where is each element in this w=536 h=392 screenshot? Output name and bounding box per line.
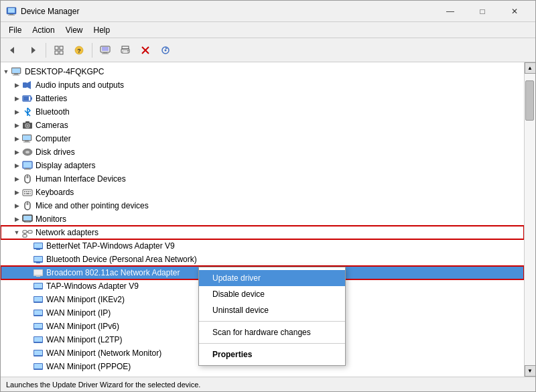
computer-button[interactable] bbox=[96, 41, 115, 60]
tree-monitors[interactable]: ▶ Monitors bbox=[1, 212, 524, 226]
maximize-button[interactable]: □ bbox=[467, 1, 498, 21]
ctx-properties[interactable]: Properties bbox=[199, 346, 345, 363]
svg-rect-6 bbox=[55, 46, 58, 50]
context-menu: Update driver Disable device Uninstall d… bbox=[198, 267, 346, 366]
mice-toggle[interactable]: ▶ bbox=[11, 200, 22, 211]
svg-rect-46 bbox=[25, 168, 29, 169]
wan-ipv6-icon bbox=[33, 321, 44, 332]
tree-computer[interactable]: ▶ Computer bbox=[1, 132, 524, 145]
tree-betternet[interactable]: ▶ BetterNet TAP-Windows Adapter V9 bbox=[1, 239, 524, 253]
svg-rect-52 bbox=[24, 191, 25, 192]
svg-rect-27 bbox=[14, 74, 18, 75]
svg-rect-89 bbox=[34, 337, 42, 342]
svg-rect-69 bbox=[23, 235, 27, 237]
wan-pptp-label: WAN Miniport (PPTP) bbox=[46, 375, 124, 377]
computer-toggle[interactable]: ▶ bbox=[11, 133, 22, 144]
keyboards-toggle[interactable]: ▶ bbox=[11, 187, 22, 198]
back-button[interactable] bbox=[3, 41, 22, 60]
tree-displayadapters[interactable]: ▶ Display adapters bbox=[1, 159, 524, 172]
ctx-disable-device[interactable]: Disable device bbox=[199, 286, 345, 302]
svg-rect-16 bbox=[122, 46, 129, 49]
grid-button[interactable] bbox=[50, 41, 68, 60]
scroll-up-button[interactable]: ▲ bbox=[525, 62, 536, 74]
menu-view[interactable]: View bbox=[60, 22, 88, 38]
wan-ipv6-label: WAN Miniport (IPv6) bbox=[46, 322, 119, 331]
ctx-uninstall-device[interactable]: Uninstall device bbox=[199, 302, 345, 318]
tree-mice[interactable]: ▶ Mice and other pointing devices bbox=[1, 199, 524, 212]
audio-icon bbox=[22, 80, 33, 90]
battery-icon bbox=[22, 93, 33, 104]
audio-label: Audio inputs and outputs bbox=[36, 80, 124, 90]
scrollbar[interactable]: ▲ ▼ bbox=[524, 62, 535, 377]
computer-label: Computer bbox=[36, 134, 71, 143]
mouse-icon bbox=[22, 200, 33, 211]
bluetooth-toggle[interactable]: ▶ bbox=[11, 107, 22, 117]
wan-pppoe-icon bbox=[33, 361, 44, 372]
menu-help[interactable]: Help bbox=[88, 22, 116, 38]
refresh-button[interactable] bbox=[156, 41, 175, 60]
svg-rect-87 bbox=[34, 324, 42, 328]
svg-point-36 bbox=[27, 125, 29, 127]
networkadapters-toggle[interactable]: ▼ bbox=[11, 227, 22, 238]
svg-rect-75 bbox=[34, 257, 42, 261]
menu-file[interactable]: File bbox=[3, 22, 27, 38]
cameras-toggle[interactable]: ▶ bbox=[11, 120, 22, 131]
menu-action[interactable]: Action bbox=[27, 22, 60, 38]
tree-root[interactable]: ▼ DESKTOP-4FQKGPC bbox=[1, 65, 524, 78]
tree-hid[interactable]: ▶ Human Interface Devices bbox=[1, 172, 524, 186]
svg-rect-76 bbox=[36, 263, 40, 263]
tree-audio[interactable]: ▶ Audio inputs and outputs bbox=[1, 78, 524, 92]
tree-keyboards[interactable]: ▶ Keyboards bbox=[1, 186, 524, 199]
menu-bar: File Action View Help bbox=[1, 22, 535, 38]
svg-marker-30 bbox=[27, 81, 31, 89]
delete-button[interactable] bbox=[136, 41, 155, 60]
hid-toggle[interactable]: ▶ bbox=[11, 174, 22, 184]
scroll-down-button[interactable]: ▼ bbox=[525, 365, 536, 377]
cameras-label: Cameras bbox=[36, 121, 68, 130]
svg-rect-32 bbox=[31, 97, 32, 100]
forward-button[interactable] bbox=[23, 41, 42, 60]
toolbar: ? bbox=[1, 38, 535, 62]
svg-rect-47 bbox=[24, 169, 31, 170]
tree-bluetooth[interactable]: ▶ Bluetooth bbox=[1, 105, 524, 119]
tree-cameras[interactable]: ▶ Cameras bbox=[1, 119, 524, 132]
monitors-label: Monitors bbox=[36, 214, 66, 224]
tree-diskdrives[interactable]: ▶ Disk drives bbox=[1, 145, 524, 159]
tree-batteries[interactable]: ▶ Batteries bbox=[1, 92, 524, 105]
scroll-thumb[interactable] bbox=[525, 80, 534, 121]
wan-ikev2-icon bbox=[33, 294, 44, 305]
root-label: DESKTOP-4FQKGPC bbox=[25, 67, 104, 76]
ctx-scan-changes[interactable]: Scan for hardware changes bbox=[199, 324, 345, 340]
svg-rect-40 bbox=[25, 141, 29, 142]
displayadapters-toggle[interactable]: ▶ bbox=[11, 160, 22, 171]
audio-toggle[interactable]: ▶ bbox=[11, 80, 22, 90]
svg-rect-72 bbox=[34, 243, 42, 248]
wan-netmonitor-icon bbox=[33, 348, 44, 358]
help-button[interactable]: ? bbox=[70, 41, 88, 60]
batteries-toggle[interactable]: ▶ bbox=[11, 93, 22, 104]
ctx-update-driver[interactable]: Update driver bbox=[199, 270, 345, 286]
diskdrives-toggle[interactable]: ▶ bbox=[11, 147, 22, 157]
device-tree[interactable]: ▼ DESKTOP-4FQKGPC ▶ bbox=[1, 62, 524, 377]
tree-btdevice[interactable]: ▶ Bluetooth Device (Personal Area Networ… bbox=[1, 253, 524, 266]
toolbar-sep-1 bbox=[46, 43, 46, 58]
close-button[interactable]: ✕ bbox=[499, 1, 530, 21]
root-toggle[interactable]: ▼ bbox=[1, 66, 11, 77]
minimize-button[interactable]: — bbox=[435, 1, 466, 21]
computer-tree-icon bbox=[22, 133, 33, 144]
svg-rect-65 bbox=[24, 222, 31, 222]
app-icon bbox=[6, 6, 17, 17]
printer-button[interactable] bbox=[116, 41, 135, 60]
wan-ikev2-label: WAN Miniport (IKEv2) bbox=[46, 295, 125, 304]
broadcom-label: Broadcom 802.11ac Network Adapter bbox=[46, 268, 180, 277]
scroll-track[interactable] bbox=[525, 74, 535, 365]
tree-wan-pptp[interactable]: ▶ WAN Miniport (PPTP) bbox=[1, 373, 524, 377]
svg-rect-26 bbox=[12, 68, 20, 73]
svg-rect-3 bbox=[8, 15, 15, 15]
camera-icon bbox=[22, 120, 33, 131]
svg-rect-93 bbox=[34, 364, 42, 369]
tree-networkadapters[interactable]: ▼ Network adapters bbox=[1, 226, 524, 239]
svg-rect-83 bbox=[34, 297, 42, 302]
monitors-toggle[interactable]: ▶ bbox=[11, 214, 22, 224]
svg-rect-13 bbox=[102, 47, 109, 51]
